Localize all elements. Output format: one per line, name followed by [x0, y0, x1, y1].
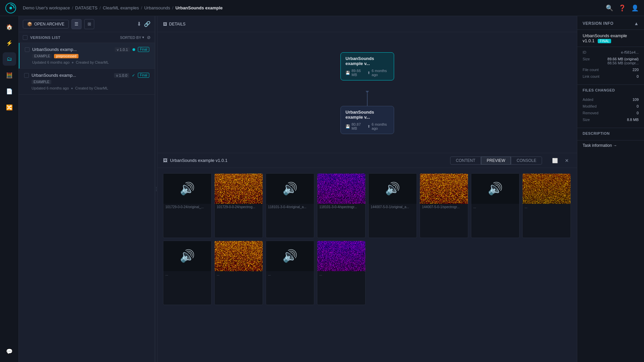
preview-item-4[interactable]: 118101-3-0-4/spectrogr... [317, 173, 366, 238]
tab-content[interactable]: CONTENT [450, 157, 481, 165]
size-icon-1: 💾 [345, 71, 350, 75]
preview-item-11[interactable]: 🔊 ... [266, 241, 314, 305]
sidebar-item-slack[interactable]: 💬 [3, 345, 16, 358]
preview-item-3[interactable]: 🔊 118101-3-0-4/original_a... [266, 173, 314, 238]
panel-splitter[interactable] [155, 16, 158, 362]
preview-item-1[interactable]: 🔊 101729-0-0-24/original_... [163, 173, 212, 238]
tag-preprocessed-1: preprocessed [54, 54, 78, 58]
bottom-panel-actions: ⬜ ✕ [550, 156, 572, 165]
graph-node-2[interactable]: UrbanSounds example v... 💾 80.87 MB ⬆ 6 … [340, 106, 394, 134]
added-label: Added [583, 98, 593, 102]
version-meta-1: Updated 6 months ago ● Created by ClearM… [32, 60, 149, 64]
preview-item-9[interactable]: 🔊 ... [163, 241, 212, 305]
breadcrumb-urbansounds[interactable]: Urbansounds [144, 5, 170, 10]
main-layout: 🏠 ⚡ 🗂 🧮 📄 🔀 💬 📦 OPEN ARCHIVE ☰ ⊞ ⬇ 🔗 [0, 16, 644, 362]
tag-example-1: EXAMPLE [32, 54, 52, 58]
preview-thumb-3: 🔊 [266, 174, 314, 204]
user-avatar[interactable]: 👤 [631, 4, 639, 12]
list-view-button[interactable]: ☰ [71, 19, 82, 29]
breadcrumb-clearml[interactable]: ClearML examples [103, 5, 139, 10]
open-archive-button[interactable]: 📦 OPEN ARCHIVE [23, 20, 69, 28]
node1-time: 6 months ago [372, 69, 389, 77]
center-column: 🖼 DETAILS UrbanSounds example v... 💾 89.… [158, 16, 577, 362]
preview-thumb-12 [317, 241, 365, 271]
preview-thumb-7: 🔊 [471, 174, 519, 204]
version-item-2[interactable]: UrbanSounds examp... v 1.0.0 ✓ Final EXA… [19, 69, 155, 95]
version-name-large: UrbanSounds example v1.0.1 FINAL [577, 30, 644, 47]
breadcrumb-sep3: / [141, 5, 142, 10]
version-item-1[interactable]: UrbanSounds examp... v 1.0.1 Final EXAMP… [19, 43, 155, 69]
preview-item-7[interactable]: 🔊 ... [471, 173, 520, 238]
preview-thumb-4 [317, 174, 365, 204]
node2-title: UrbanSounds example v... [345, 110, 389, 120]
preview-item-6[interactable]: 144007-5-0-1/spectrogr... [420, 173, 468, 238]
filter-icon[interactable]: ⊘ [147, 35, 151, 40]
preview-label-9: ... [163, 271, 211, 278]
badge-final-solid: FINAL [598, 39, 611, 43]
tab-console[interactable]: CONSOLE [511, 157, 542, 165]
sorted-by-control[interactable]: SORTED BY ▾ [120, 35, 144, 40]
node2-time: 6 months ago [372, 122, 389, 130]
clock-icon-1: ⬆ [367, 71, 370, 75]
details-button[interactable]: 🖼 DETAILS [163, 22, 185, 26]
preview-thumb-5: 🔊 [369, 174, 417, 204]
details-toolbar: 🖼 DETAILS [158, 16, 577, 32]
sidebar-item-datasets[interactable]: 🗂 [3, 52, 16, 66]
preview-item-12[interactable]: ... [317, 241, 366, 305]
search-icon[interactable]: 🔍 [606, 4, 613, 12]
size-changed-label: Size [583, 118, 590, 122]
preview-label-6: 144007-5-0-1/spectrogr... [420, 204, 468, 210]
graph-area: UrbanSounds example v... 💾 89.66 MB ⬆ 6 … [158, 32, 577, 153]
help-icon[interactable]: ❓ [619, 4, 626, 12]
expand-panel-button[interactable]: ⬜ [550, 156, 559, 165]
select-all-checkbox[interactable] [23, 35, 28, 40]
share-icon[interactable]: 🔗 [144, 21, 151, 27]
description-title: DESCRIPTION [577, 128, 644, 137]
download-icon[interactable]: ⬇ [137, 21, 141, 27]
graph-node-1[interactable]: UrbanSounds example v... 💾 89.66 MB ⬆ 6 … [340, 52, 394, 80]
version-checkbox-2[interactable] [24, 73, 29, 78]
tab-preview[interactable]: PREVIEW [481, 157, 511, 165]
version-info-title: VERSION INFO [583, 21, 613, 26]
spectrogram-canvas-4 [523, 174, 571, 204]
sidebar-item-experiments[interactable]: ⚡ [3, 36, 16, 50]
preview-label-12: ... [317, 271, 365, 278]
size-changed-value: 8.8 MB [627, 118, 639, 122]
breadcrumb-sep2: / [100, 5, 101, 10]
breadcrumb-datasets[interactable]: DATASETS [75, 5, 98, 10]
versions-list-title: VERSIONS LIST [30, 36, 117, 40]
grid-view-button[interactable]: ⊞ [84, 19, 94, 29]
collapse-icon[interactable]: ▲ [634, 21, 639, 26]
chevron-down-icon: ▾ [142, 35, 144, 40]
close-panel-button[interactable]: ✕ [562, 156, 572, 165]
sidebar-item-models[interactable]: 🧮 [3, 68, 16, 82]
bottom-panel: 🖼 UrbanSounds example v1.0.1 CONTENT PRE… [158, 153, 577, 310]
preview-item-5[interactable]: 🔊 144007-5-0-1/original_a... [368, 173, 417, 238]
audio-icon-1: 🔊 [180, 182, 195, 196]
id-row: ID e-f581e4... [583, 50, 639, 54]
preview-item-10[interactable]: ... [214, 241, 263, 305]
task-info-link[interactable]: Task information → [577, 140, 644, 150]
preview-label-7: ... [471, 204, 519, 210]
right-panel: VERSION INFO ▲ UrbanSounds example v1.0.… [577, 16, 644, 362]
version-checkbox-1[interactable] [25, 47, 30, 52]
preview-item-2[interactable]: 101729-0-0-24/spectrog... [214, 173, 263, 238]
sidebar-item-reports[interactable]: 📄 [3, 84, 16, 98]
versions-header: VERSIONS LIST SORTED BY ▾ ⊘ [19, 32, 155, 43]
sidebar-item-pipelines[interactable]: 🔀 [3, 101, 16, 114]
sidebar-item-home[interactable]: 🏠 [3, 20, 16, 34]
preview-item-8[interactable]: ... [522, 173, 571, 238]
preview-grid: 🔊 101729-0-0-24/original_... 101729-0-0-… [158, 168, 577, 310]
topbar: Demo User's workspace / DATASETS / Clear… [0, 0, 644, 16]
added-value: 109 [633, 98, 639, 102]
archive-icon: 📦 [27, 22, 32, 26]
audio-icon-5: 🔊 [385, 182, 400, 196]
version-name-2: UrbanSounds examp... [32, 73, 111, 78]
preview-label-3: 118101-3-0-4/original_a... [266, 204, 314, 210]
breadcrumb-workspace[interactable]: Demo User's workspace [23, 5, 70, 10]
bottom-tabs: CONTENT PREVIEW CONSOLE [450, 157, 542, 165]
id-label: ID [583, 50, 586, 54]
modified-label: Modified [583, 104, 597, 108]
file-count-label: File count [583, 68, 599, 72]
spectrogram-canvas-1 [215, 174, 263, 204]
